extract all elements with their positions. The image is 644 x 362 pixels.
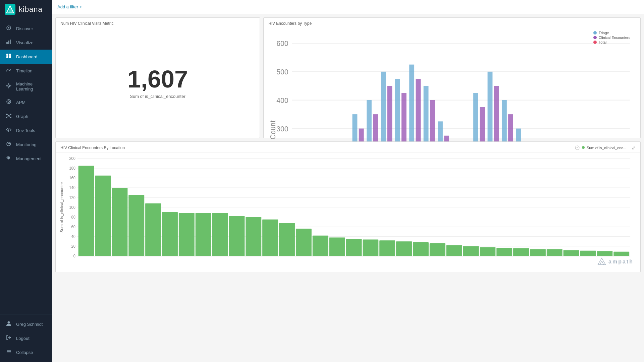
visualize-label: Visualize <box>16 40 34 45</box>
monitoring-icon <box>5 141 12 148</box>
svg-text:160: 160 <box>69 176 75 180</box>
legend-triage-label: Triage <box>599 31 609 35</box>
logout-label: Logout <box>16 336 30 341</box>
svg-rect-154 <box>446 245 462 256</box>
svg-rect-6 <box>10 40 11 44</box>
sidebar-item-machine-learning[interactable]: Machine Learning <box>0 78 52 95</box>
svg-rect-151 <box>396 241 412 256</box>
sidebar-item-logout[interactable]: Logout <box>0 331 52 345</box>
sidebar-item-monitoring[interactable]: Monitoring <box>0 137 52 152</box>
user-icon <box>5 321 12 327</box>
management-icon <box>5 155 12 162</box>
sidebar-item-graph[interactable]: Graph <box>0 109 52 123</box>
metric-value: 1,607 <box>127 67 188 91</box>
main-nav: Discover Visualize Dashboar <box>0 19 52 314</box>
timelion-label: Timelion <box>16 68 33 73</box>
svg-rect-135 <box>128 195 144 256</box>
by-location-panel: HIV Clinical Encounters By Location Sum … <box>55 141 641 272</box>
sidebar-item-apm[interactable]: APM <box>0 95 52 109</box>
svg-rect-8 <box>9 54 11 56</box>
sidebar-item-collapse[interactable]: Collapse <box>0 345 52 359</box>
dev-tools-label: Dev Tools <box>16 128 35 133</box>
svg-text:0: 0 <box>73 254 75 258</box>
by-location-svg: 200180160140120100806040200Sum of is_cli… <box>59 155 637 270</box>
svg-rect-142 <box>246 217 261 256</box>
svg-point-23 <box>6 114 7 115</box>
by-location-legend-icon <box>582 146 585 150</box>
sidebar-logo[interactable]: kibana <box>0 0 52 19</box>
svg-line-31 <box>8 128 9 132</box>
encounters-type-panel: HIV Encounters by Type Triage Clinical E… <box>263 17 641 138</box>
svg-text:60: 60 <box>71 225 75 229</box>
legend-total: Total <box>593 40 630 44</box>
svg-line-29 <box>7 116 8 117</box>
legend-clinical-label: Clinical Encounters <box>599 36 630 40</box>
kibana-logo-icon <box>5 4 15 15</box>
svg-rect-137 <box>162 212 178 256</box>
svg-rect-141 <box>229 216 245 256</box>
svg-text:Count: Count <box>269 120 277 139</box>
svg-point-14 <box>6 85 7 86</box>
sidebar-item-management[interactable]: Management <box>0 152 52 166</box>
apm-label: APM <box>16 100 25 105</box>
add-filter-button[interactable]: Add a filter + <box>57 4 82 9</box>
svg-point-25 <box>6 117 7 118</box>
top-panels: Num HIV Clinical Visits Metric 1,607 Sum… <box>55 17 641 138</box>
svg-text:20: 20 <box>71 244 75 248</box>
svg-rect-146 <box>313 236 328 256</box>
svg-rect-149 <box>363 239 378 256</box>
svg-line-28 <box>9 114 10 115</box>
svg-text:40: 40 <box>71 235 75 239</box>
topbar: Add a filter + <box>52 0 644 14</box>
logout-icon <box>5 335 12 342</box>
sidebar-item-dashboard[interactable]: Dashboard <box>0 50 52 64</box>
svg-rect-164 <box>613 252 629 256</box>
svg-rect-150 <box>379 240 395 256</box>
expand-icon[interactable]: ⤢ <box>632 145 636 150</box>
user-label: Greg Schmidt <box>16 322 43 327</box>
svg-point-26 <box>10 117 11 118</box>
sidebar-item-timelion[interactable]: Timelion <box>0 64 52 78</box>
apm-icon <box>5 99 12 106</box>
svg-line-168 <box>602 261 604 264</box>
svg-point-11 <box>8 85 10 87</box>
machine-learning-label: Machine Learning <box>16 81 47 92</box>
collapse-label: Collapse <box>16 350 33 355</box>
svg-text:100: 100 <box>69 205 75 209</box>
graph-icon <box>5 113 12 120</box>
sidebar-bottom: Greg Schmidt Logout Collapse <box>0 314 52 362</box>
sidebar-item-dev-tools[interactable]: Dev Tools <box>0 123 52 137</box>
legend-triage: Triage <box>593 31 630 35</box>
dashboard-icon <box>5 53 12 60</box>
legend-clinical: Clinical Encounters <box>593 36 630 40</box>
svg-point-22 <box>8 115 10 117</box>
svg-text:80: 80 <box>71 215 75 219</box>
svg-rect-139 <box>196 213 211 256</box>
svg-rect-147 <box>329 238 345 256</box>
svg-text:Sum of is_clinical_encounter: Sum of is_clinical_encounter <box>60 182 64 233</box>
svg-text:400: 400 <box>276 97 288 104</box>
main-content: Add a filter + Num HIV Clinical Visits M… <box>52 0 644 362</box>
by-location-legend-label: Sum of is_clinical_enc... <box>587 146 626 150</box>
sidebar-item-discover[interactable]: Discover <box>0 21 52 36</box>
metric-body: 1,607 Sum of is_clinical_encounter <box>56 28 260 138</box>
legend-total-label: Total <box>599 40 606 44</box>
sidebar: kibana Discover Visualize <box>0 0 52 362</box>
graph-label: Graph <box>16 114 28 119</box>
svg-point-38 <box>593 36 597 39</box>
svg-rect-155 <box>463 246 479 256</box>
collapse-icon <box>5 349 12 356</box>
svg-point-39 <box>593 41 597 44</box>
discover-icon <box>5 25 12 32</box>
machine-learning-icon <box>5 83 12 90</box>
svg-rect-161 <box>564 250 579 256</box>
svg-rect-159 <box>530 249 546 256</box>
sidebar-item-visualize[interactable]: Visualize <box>0 36 52 50</box>
svg-text:180: 180 <box>69 166 75 170</box>
svg-rect-156 <box>480 247 495 256</box>
svg-rect-132 <box>78 166 94 256</box>
content-area: Num HIV Clinical Visits Metric 1,607 Sum… <box>52 14 644 362</box>
discover-label: Discover <box>16 26 33 31</box>
sidebar-item-user[interactable]: Greg Schmidt <box>0 317 52 331</box>
svg-rect-140 <box>212 213 228 256</box>
